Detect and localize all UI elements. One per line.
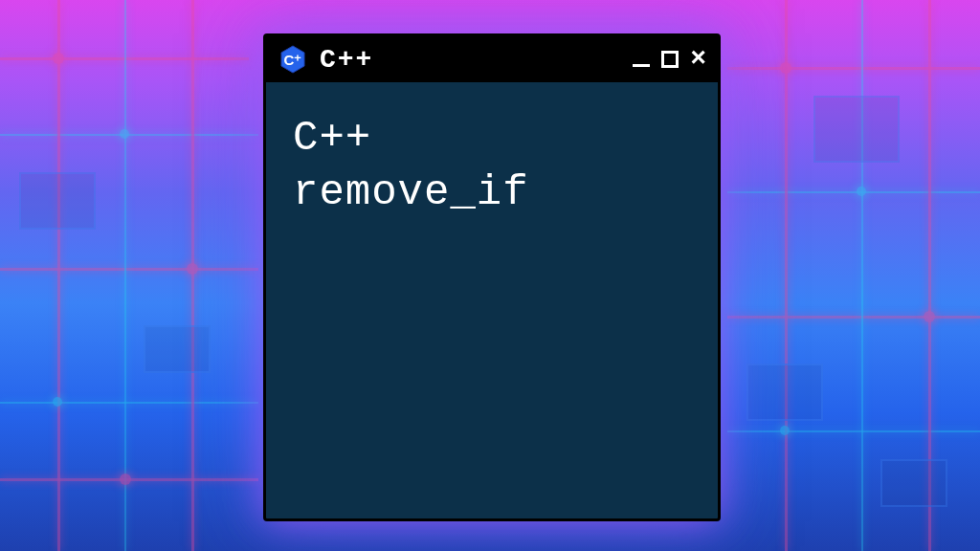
minimize-icon	[633, 64, 650, 67]
window-title: C++	[320, 45, 621, 75]
code-content: C++ remove_if	[293, 111, 691, 220]
terminal-window: C⁺ C++ × C++ remove_if	[263, 33, 721, 521]
svg-text:C⁺: C⁺	[284, 52, 302, 68]
close-icon: ×	[690, 46, 706, 73]
window-controls: ×	[633, 46, 706, 73]
maximize-icon	[661, 51, 679, 68]
maximize-button[interactable]	[661, 51, 679, 68]
close-button[interactable]: ×	[690, 46, 706, 73]
cpp-icon: C⁺	[278, 44, 308, 75]
code-line-2: remove_if	[293, 165, 691, 220]
window-body: C++ remove_if	[266, 82, 718, 249]
window-titlebar[interactable]: C⁺ C++ ×	[266, 36, 718, 82]
minimize-button[interactable]	[633, 53, 650, 67]
code-line-1: C++	[293, 111, 691, 165]
